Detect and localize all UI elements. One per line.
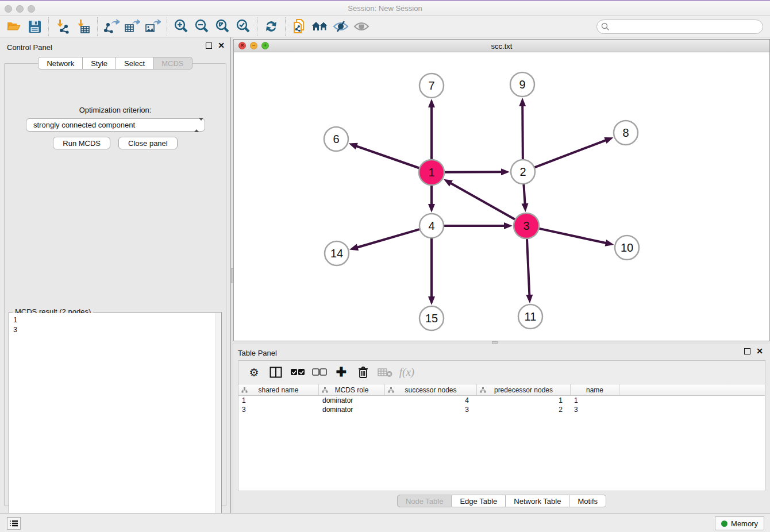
network-canvas[interactable]: 7968124314101511 xyxy=(234,52,769,341)
edge-1-7[interactable] xyxy=(428,99,435,160)
table-header-row: shared nameMCDS rolesuccessor nodesprede… xyxy=(238,384,765,396)
hide-graphics-details-button[interactable] xyxy=(351,18,372,35)
select-all-rows-button[interactable] xyxy=(288,363,307,381)
close-panel-button[interactable]: Close panel xyxy=(118,137,178,149)
column-header-name[interactable]: name xyxy=(571,384,619,395)
delete-columns-button[interactable] xyxy=(353,363,373,381)
function-builder-button[interactable]: f(x) xyxy=(397,363,417,381)
show-graphics-details-button[interactable] xyxy=(330,18,351,35)
edge-1-2[interactable] xyxy=(444,168,510,175)
edge-3-1[interactable] xyxy=(444,179,515,219)
content-area: Control Panel ✕ NetworkStyleSelectMCDS O… xyxy=(0,37,770,513)
export-network-button[interactable] xyxy=(101,18,122,35)
export-table-button[interactable] xyxy=(122,18,143,35)
mcds-result-text[interactable]: 1 3 xyxy=(10,313,215,529)
node-15[interactable]: 15 xyxy=(419,306,444,330)
zoom-out-button[interactable] xyxy=(191,18,212,35)
zoom-fit-icon xyxy=(215,19,230,34)
sitemap-icon xyxy=(322,387,328,393)
close-panel-icon[interactable]: ✕ xyxy=(218,43,225,49)
clone-network-button[interactable] xyxy=(289,18,310,35)
tab-mcds[interactable]: MCDS xyxy=(153,57,192,70)
table-settings-button[interactable]: ⚙ xyxy=(244,363,264,381)
import-table-button[interactable] xyxy=(73,18,94,35)
edge-1-4[interactable] xyxy=(428,185,435,213)
cell-name[interactable]: 3 xyxy=(571,405,619,414)
table-tab-motifs[interactable]: Motifs xyxy=(569,495,606,507)
close-table-panel-icon[interactable]: ✕ xyxy=(756,348,763,354)
node-4[interactable]: 4 xyxy=(419,214,444,238)
deselect-all-rows-button[interactable] xyxy=(310,363,329,381)
tab-select[interactable]: Select xyxy=(116,57,153,70)
node-8[interactable]: 8 xyxy=(614,121,638,145)
edge-4-3[interactable] xyxy=(444,222,513,229)
node-14[interactable]: 14 xyxy=(325,241,349,265)
cell-shared-name[interactable]: 3 xyxy=(238,405,319,414)
tab-network[interactable]: Network xyxy=(38,57,83,70)
column-header-MCDS-role[interactable]: MCDS role xyxy=(319,384,385,395)
edge-3-10[interactable] xyxy=(538,229,614,246)
edge-4-14[interactable] xyxy=(349,229,420,250)
tab-style[interactable]: Style xyxy=(83,57,116,70)
show-columns-button[interactable] xyxy=(266,363,286,381)
table-row[interactable]: 1dominator411 xyxy=(238,396,765,405)
open-file-button[interactable] xyxy=(3,18,24,35)
zoom-in-button[interactable] xyxy=(171,18,191,35)
create-column-button[interactable]: ✚ xyxy=(332,363,351,381)
apply-layout-button[interactable] xyxy=(261,18,282,35)
title-bar: Session: New Session xyxy=(0,1,770,16)
fx-icon: f(x) xyxy=(399,366,414,379)
import-network-button[interactable] xyxy=(52,18,73,35)
cell-MCDS-role[interactable]: dominator xyxy=(319,405,385,414)
node-6[interactable]: 6 xyxy=(324,127,348,151)
export-network-icon xyxy=(103,19,120,34)
import-table-icon xyxy=(76,19,91,34)
export-image-button[interactable] xyxy=(143,18,163,35)
show-task-history-button[interactable] xyxy=(7,517,21,530)
control-panel: Control Panel ✕ NetworkStyleSelectMCDS O… xyxy=(0,37,230,513)
cell-successor-nodes[interactable]: 3 xyxy=(385,405,477,414)
criterion-select[interactable]: strongly connected component xyxy=(26,118,205,132)
edge-2-3[interactable] xyxy=(522,184,529,212)
delete-table-button[interactable] xyxy=(375,363,395,381)
node-label: 3 xyxy=(523,219,529,232)
save-session-button[interactable] xyxy=(24,18,45,35)
node-9[interactable]: 9 xyxy=(510,72,534,97)
memory-button[interactable]: Memory xyxy=(715,516,764,530)
run-mcds-button[interactable]: Run MCDS xyxy=(53,137,110,149)
node-2[interactable]: 2 xyxy=(511,160,535,184)
edge-4-15[interactable] xyxy=(428,238,435,305)
cell-shared-name[interactable]: 1 xyxy=(238,396,319,405)
node-label: 6 xyxy=(333,133,339,145)
node-11[interactable]: 11 xyxy=(518,304,542,329)
cell-predecessor-nodes[interactable]: 1 xyxy=(477,396,571,405)
column-header-shared-name[interactable]: shared name xyxy=(238,384,319,395)
node-10[interactable]: 10 xyxy=(615,236,639,260)
node-1-selected[interactable]: 1 xyxy=(419,160,444,185)
edge-3-11[interactable] xyxy=(526,238,533,303)
edge-1-6[interactable] xyxy=(349,143,420,168)
edge-2-8[interactable] xyxy=(534,137,614,168)
zoom-selected-button[interactable] xyxy=(233,18,253,35)
cell-predecessor-nodes[interactable]: 2 xyxy=(477,405,571,414)
column-header-successor-nodes[interactable]: successor nodes xyxy=(385,384,477,395)
float-panel-icon[interactable] xyxy=(206,43,212,49)
window-title: Session: New Session xyxy=(0,4,770,13)
column-header-predecessor-nodes[interactable]: predecessor nodes xyxy=(477,384,571,395)
cell-successor-nodes[interactable]: 4 xyxy=(385,396,477,405)
table-tab-network-table[interactable]: Network Table xyxy=(506,495,569,507)
cell-name[interactable]: 1 xyxy=(571,396,619,405)
table-toolbar: ⚙ xyxy=(238,360,765,384)
float-table-panel-icon[interactable] xyxy=(744,348,750,354)
node-3-selected[interactable]: 3 xyxy=(514,213,539,238)
node-7[interactable]: 7 xyxy=(419,74,444,98)
cell-MCDS-role[interactable]: dominator xyxy=(319,396,385,405)
table-tab-node-table[interactable]: Node Table xyxy=(397,495,452,507)
result-scrollbar[interactable] xyxy=(215,313,221,529)
first-neighbors-button[interactable] xyxy=(310,18,330,35)
zoom-fit-button[interactable] xyxy=(212,18,233,35)
table-row[interactable]: 3dominator323 xyxy=(238,405,765,414)
edge-2-9[interactable] xyxy=(519,98,526,160)
search-input[interactable] xyxy=(596,20,763,34)
table-tab-edge-table[interactable]: Edge Table xyxy=(452,495,506,507)
